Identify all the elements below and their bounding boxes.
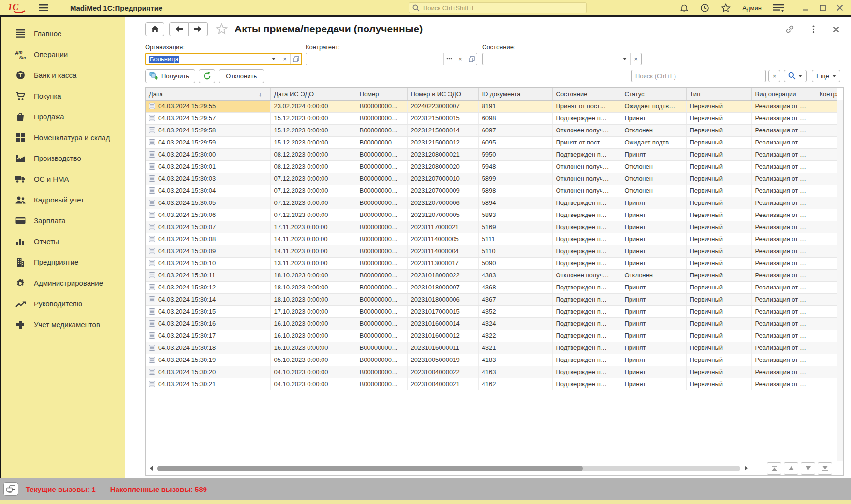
global-search[interactable]	[409, 2, 587, 13]
table-row[interactable]: 04.03.2024 15:30:0607.12.2023 0:00:00B00…	[146, 209, 837, 221]
contragent-open-button[interactable]	[466, 53, 477, 65]
table-row[interactable]: 04.03.2024 15:29:5715.12.2023 0:00:00B00…	[146, 112, 837, 124]
table-row[interactable]: 04.03.2024 15:30:1905.10.2023 0:00:00B00…	[146, 354, 837, 366]
home-button[interactable]	[145, 22, 164, 36]
sidebar-item-hr[interactable]: Кадровый учет	[0, 189, 125, 210]
table-row[interactable]: 04.03.2024 15:30:1716.10.2023 0:00:00B00…	[146, 330, 837, 342]
maximize-button[interactable]	[820, 5, 826, 11]
table-search-button[interactable]	[784, 70, 807, 82]
sidebar-item-operations[interactable]: ДтКт Операции	[0, 44, 125, 65]
sidebar-item-bank-cash[interactable]: Банк и касса	[0, 65, 125, 86]
table-row[interactable]: 04.03.2024 15:30:1118.10.2023 0:00:00B00…	[146, 269, 837, 281]
table-row[interactable]: 04.03.2024 15:30:0407.12.2023 0:00:00B00…	[146, 185, 837, 197]
global-search-input[interactable]	[423, 4, 583, 12]
vertical-scrollbar[interactable]	[837, 100, 843, 461]
column-header-8[interactable]: Тип	[686, 88, 751, 100]
column-header-4[interactable]: Номер в ИС ЭДО	[407, 88, 478, 100]
forward-button[interactable]	[189, 22, 208, 36]
contragent-select-button[interactable]	[443, 53, 455, 65]
sidebar-item-production[interactable]: Производство	[0, 148, 125, 169]
minimize-button[interactable]	[803, 5, 809, 11]
history-icon[interactable]	[700, 3, 709, 13]
horizontal-scrollbar[interactable]	[157, 466, 740, 471]
table-row[interactable]: 04.03.2024 15:30:0814.11.2023 0:00:00B00…	[146, 233, 837, 245]
favorite-star-icon[interactable]	[215, 23, 228, 35]
table-search-input[interactable]	[635, 72, 762, 80]
notifications-bell-icon[interactable]	[680, 3, 689, 13]
sidebar-item-salary[interactable]: Зарплата	[0, 210, 125, 231]
organization-field[interactable]: Больница ×	[145, 53, 302, 65]
sidebar-item-sales[interactable]: Продажа	[0, 106, 125, 127]
table-row[interactable]: 04.03.2024 15:30:0108.12.2023 0:00:00B00…	[146, 160, 837, 173]
window-close-button[interactable]	[836, 4, 843, 11]
close-form-icon[interactable]	[833, 26, 839, 33]
sidebar-item-administration[interactable]: Администрирование	[0, 273, 125, 293]
organization-clear-button[interactable]: ×	[279, 54, 290, 64]
column-header-2[interactable]: Дата ИС ЭДО	[270, 88, 356, 100]
performance-indicator-button[interactable]	[3, 482, 18, 496]
table-row[interactable]: 04.03.2024 15:29:5523.02.2024 0:00:00B00…	[146, 100, 837, 112]
organization-dropdown-button[interactable]	[268, 54, 279, 64]
column-header-6[interactable]: Состояние	[552, 88, 621, 100]
table-row[interactable]: 04.03.2024 15:30:0717.11.2023 0:00:00B00…	[146, 221, 837, 233]
table-row[interactable]: 04.03.2024 15:29:5915.12.2023 0:00:00B00…	[146, 136, 837, 148]
column-header-7[interactable]: Статус	[621, 88, 686, 100]
service-menu-icon[interactable]	[773, 4, 784, 12]
table-row[interactable]: 04.03.2024 15:30:0008.12.2023 0:00:00B00…	[146, 148, 837, 160]
column-header-5[interactable]: ID документа	[478, 88, 552, 100]
table-row[interactable]: 04.03.2024 15:30:1218.10.2023 0:00:00B00…	[146, 281, 837, 293]
receive-label: Получить	[161, 72, 189, 80]
column-header-3[interactable]: Номер	[356, 88, 407, 100]
sidebar-item-enterprise[interactable]: Предприятие	[0, 252, 125, 273]
triangle-down-icon	[806, 466, 811, 470]
contragent-clear-button[interactable]: ×	[455, 53, 466, 65]
sidebar-item-reports[interactable]: Отчеты	[0, 231, 125, 252]
state-clear-button[interactable]: ×	[630, 53, 641, 65]
go-next-row-button[interactable]	[801, 462, 815, 475]
decline-button[interactable]: Отклонить	[219, 69, 264, 83]
table-row[interactable]: 04.03.2024 15:30:1013.11.2023 0:00:00B00…	[146, 257, 837, 269]
table-row[interactable]: 04.03.2024 15:30:0914.11.2023 0:00:00B00…	[146, 245, 837, 257]
sidebar-item-main[interactable]: Главное	[0, 23, 125, 44]
chevron-down-icon	[272, 58, 276, 60]
receive-button[interactable]: Получить	[145, 69, 195, 83]
table-row[interactable]: 04.03.2024 15:30:1816.10.2023 0:00:00B00…	[146, 342, 837, 354]
column-header-10[interactable]: Контрагент	[816, 88, 837, 100]
link-icon[interactable]	[785, 25, 794, 34]
column-header-1[interactable]: Дата↓	[146, 88, 270, 100]
table-row[interactable]: 04.03.2024 15:30:1418.10.2023 0:00:00B00…	[146, 293, 837, 305]
column-header-9[interactable]: Вид операции	[751, 88, 816, 100]
sidebar-item-nomenclature[interactable]: Номенклатура и склад	[0, 127, 125, 148]
go-previous-row-button[interactable]	[784, 462, 798, 475]
table-search-clear-button[interactable]: ×	[768, 70, 780, 82]
state-dropdown-button[interactable]	[619, 53, 630, 65]
horizontal-scrollbar-thumb[interactable]	[157, 466, 583, 471]
user-label[interactable]: Админ	[742, 4, 762, 12]
go-first-row-button[interactable]	[767, 462, 781, 475]
table-row[interactable]: 04.03.2024 15:30:2004.10.2023 0:00:00B00…	[146, 366, 837, 378]
kebab-menu-icon[interactable]	[812, 25, 815, 33]
sidebar-item-medications[interactable]: Учет медикаментов	[0, 314, 125, 335]
favorites-star-icon[interactable]	[721, 3, 731, 13]
table-search-field[interactable]	[631, 70, 766, 82]
main-menu-button[interactable]	[39, 4, 48, 12]
table-row[interactable]: 04.03.2024 15:30:0507.12.2023 0:00:00B00…	[146, 197, 837, 209]
contragent-field[interactable]: ×	[306, 53, 477, 65]
table-row[interactable]: 04.03.2024 15:29:5815.12.2023 0:00:00B00…	[146, 124, 837, 136]
sidebar-item-os-nma[interactable]: ОС и НМА	[0, 169, 125, 189]
table-row[interactable]: 04.03.2024 15:30:0307.12.2023 0:00:00B00…	[146, 173, 837, 185]
table-row[interactable]: 04.03.2024 15:30:2104.10.2023 0:00:00B00…	[146, 378, 837, 390]
scroll-right-button[interactable]	[745, 466, 748, 471]
back-button[interactable]	[169, 22, 189, 36]
table-row[interactable]: 04.03.2024 15:30:1616.10.2023 0:00:00B00…	[146, 317, 837, 330]
table-row[interactable]: 04.03.2024 15:30:1517.10.2023 0:00:00B00…	[146, 305, 837, 317]
more-button[interactable]: Еще	[812, 70, 840, 82]
status-bar: Текущие вызовы: 1 Накопленные вызовы: 58…	[0, 478, 851, 500]
state-field[interactable]: ×	[482, 53, 642, 65]
refresh-button[interactable]	[199, 69, 215, 83]
go-last-row-button[interactable]	[818, 462, 832, 475]
scroll-left-button[interactable]	[150, 466, 153, 471]
sidebar-item-purchase[interactable]: Покупка	[0, 86, 125, 106]
organization-open-button[interactable]	[290, 54, 301, 64]
sidebar-item-manager[interactable]: Руководителю	[0, 293, 125, 314]
